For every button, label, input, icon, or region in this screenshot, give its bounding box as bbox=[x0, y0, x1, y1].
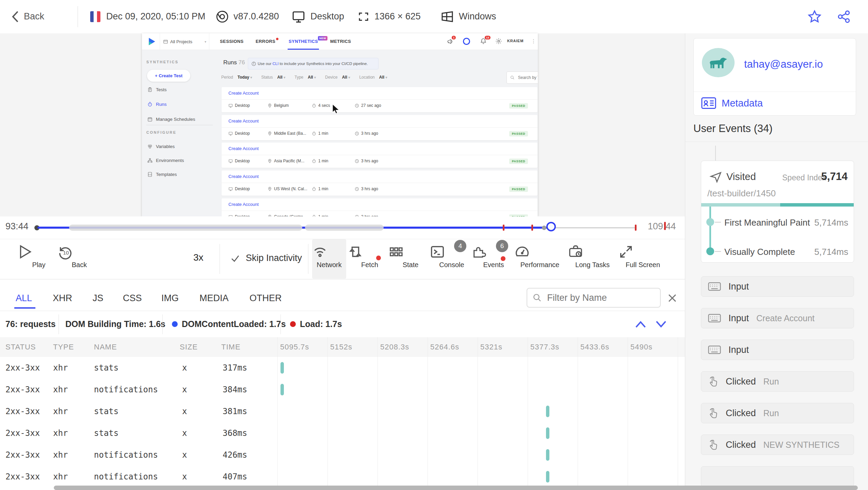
filter-type[interactable]: All ▾ bbox=[308, 75, 316, 80]
event-card-input[interactable]: Input bbox=[701, 276, 854, 297]
sidebar-item-templates[interactable]: Templates bbox=[147, 172, 177, 177]
event-card-clicked[interactable]: Clicked Run bbox=[701, 371, 854, 392]
app-tab-errors[interactable]: ERRORS bbox=[256, 39, 275, 44]
sidebar-item-environments[interactable]: Environments bbox=[147, 158, 184, 163]
metadata-button[interactable]: Metadata bbox=[701, 97, 763, 109]
sidebar-item-variables[interactable]: Variables bbox=[147, 144, 175, 149]
filter-by-name-input[interactable] bbox=[546, 292, 655, 304]
current-time: 93:44 bbox=[5, 221, 29, 232]
event-card-input[interactable]: Input Create Account bbox=[701, 308, 854, 328]
back-10s-button[interactable]: 10 Back bbox=[57, 239, 101, 279]
user-menu[interactable]: KRAIEM bbox=[507, 39, 524, 43]
run-test-name[interactable]: Create Account bbox=[228, 202, 259, 207]
event-card-clicked[interactable]: Clicked Run bbox=[701, 403, 854, 423]
sidebar-item-runs[interactable]: Runs bbox=[147, 102, 167, 107]
kebab-menu-icon[interactable]: ⋮ bbox=[531, 38, 536, 44]
table-row[interactable]: 2xx-3xxxhrstatsx317ms bbox=[0, 357, 685, 379]
app-tab-metrics[interactable]: METRICS bbox=[330, 39, 351, 44]
run-test-name[interactable]: Create Account bbox=[228, 118, 259, 124]
console-count-badge: 4 bbox=[454, 240, 466, 252]
create-test-button[interactable]: + Create Test bbox=[147, 70, 190, 82]
horizontal-scrollbar[interactable] bbox=[54, 486, 858, 490]
sidebar-item-tests[interactable]: Tests bbox=[147, 87, 167, 92]
visited-event-card[interactable]: Visited Speed Index 5,714 /test-builder/… bbox=[701, 161, 854, 263]
tab-other[interactable]: OTHER bbox=[250, 293, 282, 304]
console-panel-button[interactable]: 4 Console bbox=[430, 239, 474, 279]
load-dot bbox=[290, 321, 296, 327]
full-screen-button[interactable]: Full Screen bbox=[618, 239, 668, 279]
event-card-input[interactable]: Input bbox=[701, 340, 854, 360]
run-card[interactable]: Create Account Desktop US West (N. Cal..… bbox=[222, 170, 537, 196]
cli-link[interactable]: CLI bbox=[272, 62, 278, 66]
long-tasks-panel-button[interactable]: Long Tasks bbox=[568, 239, 617, 279]
run-card[interactable]: Create Account Desktop Asia Pacific (M..… bbox=[222, 143, 537, 168]
filter-status[interactable]: All ▾ bbox=[277, 75, 286, 80]
project-selector[interactable]: All Projects ▾ bbox=[160, 33, 209, 50]
event-card-clicked[interactable]: Clicked NEW SYNTHETICS bbox=[701, 435, 854, 455]
event-marker-gray[interactable] bbox=[542, 226, 546, 230]
play-icon bbox=[17, 244, 61, 260]
state-panel-button[interactable]: State bbox=[388, 239, 433, 279]
event-marker-red[interactable] bbox=[531, 225, 533, 231]
fetch-red-dot bbox=[376, 256, 381, 260]
run-card[interactable]: Create Account Desktop Middle East (Ba..… bbox=[222, 115, 537, 140]
col-t0: 5095.7s bbox=[280, 343, 309, 352]
collapse-up-icon[interactable] bbox=[634, 319, 647, 329]
run-card[interactable]: Create Account Desktop Canada (Centra...… bbox=[222, 198, 537, 216]
playback-timeline[interactable]: 93:44 109:44 bbox=[0, 216, 685, 239]
gear-icon[interactable] bbox=[495, 38, 502, 45]
event-marker-red[interactable] bbox=[635, 225, 637, 231]
tab-img[interactable]: IMG bbox=[161, 293, 179, 304]
table-row[interactable]: 2xx-3xxxhrnotificationsx426ms bbox=[0, 444, 685, 466]
table-row[interactable]: 2xx-3xxxhrnotificationsx384ms bbox=[0, 379, 685, 401]
load-time: Load: 1.7s bbox=[300, 319, 342, 329]
skip-inactivity-toggle[interactable]: Skip Inactivity bbox=[230, 253, 302, 263]
chevron-down-icon: ▾ bbox=[205, 40, 206, 44]
network-wifi-icon bbox=[312, 244, 346, 260]
user-email[interactable]: tahay@asayer.io bbox=[744, 58, 823, 70]
run-test-name[interactable]: Create Account bbox=[228, 146, 259, 151]
run-test-name[interactable]: Create Account bbox=[228, 174, 259, 179]
playhead[interactable] bbox=[546, 222, 556, 231]
back-chevron-icon[interactable] bbox=[12, 10, 19, 23]
tab-js[interactable]: JS bbox=[93, 293, 103, 304]
filter-location[interactable]: All ▾ bbox=[379, 75, 387, 80]
playback-speed[interactable]: 3x bbox=[193, 252, 204, 263]
event-card-partial[interactable] bbox=[701, 466, 854, 487]
tab-css[interactable]: CSS bbox=[123, 293, 142, 304]
filter-device[interactable]: All ▾ bbox=[342, 75, 350, 80]
visited-label: Visited bbox=[726, 171, 756, 182]
sidebar-item-manage-schedules[interactable]: Manage Schedules bbox=[147, 117, 195, 122]
events-panel-button[interactable]: 6 Events bbox=[471, 239, 516, 279]
timeline-remaining[interactable] bbox=[552, 227, 636, 228]
table-row[interactable]: 2xx-3xxxhrnotificationsx407ms bbox=[0, 466, 685, 488]
tab-xhr[interactable]: XHR bbox=[53, 293, 72, 304]
app-tab-sessions[interactable]: SESSIONS bbox=[220, 39, 244, 44]
back-10-icon: 10 bbox=[57, 244, 101, 260]
filter-period[interactable]: Today ▾ bbox=[238, 75, 252, 80]
expand-down-icon[interactable] bbox=[654, 319, 668, 329]
run-test-name[interactable]: Create Account bbox=[228, 91, 259, 96]
runs-count: 76 bbox=[238, 59, 245, 66]
play-button[interactable]: Play bbox=[17, 239, 61, 279]
performance-panel-button[interactable]: Performance bbox=[514, 239, 565, 279]
event-marker-red bbox=[664, 222, 666, 230]
event-marker-red[interactable] bbox=[503, 225, 504, 231]
fetch-panel-button[interactable]: Fetch bbox=[348, 239, 392, 279]
table-row[interactable]: 2xx-3xxxhrstatsx368ms bbox=[0, 422, 685, 444]
back-button[interactable]: Back bbox=[24, 11, 44, 22]
share-icon[interactable] bbox=[837, 10, 851, 24]
app-tab-synthetics[interactable]: SYNTHETICS bbox=[289, 39, 318, 44]
favorite-star-icon[interactable] bbox=[807, 10, 822, 24]
tab-all[interactable]: ALL bbox=[16, 293, 32, 304]
app-navbar: All Projects ▾ SESSIONS ERRORS SYNTHETIC… bbox=[142, 33, 538, 50]
filter-by-name-box[interactable] bbox=[527, 288, 661, 308]
table-row[interactable]: 2xx-3xxxhrstatsx381ms bbox=[0, 401, 685, 422]
test-search-input[interactable] bbox=[517, 75, 538, 80]
test-search-box[interactable] bbox=[507, 71, 538, 84]
close-panel-icon[interactable] bbox=[666, 292, 678, 304]
network-panel-button[interactable]: Network bbox=[312, 239, 346, 279]
network-panel: ALL XHR JS CSS IMG MEDIA OTHER 76: reque… bbox=[0, 279, 685, 490]
tab-media[interactable]: MEDIA bbox=[199, 293, 229, 304]
run-card[interactable]: Create Account Desktop Belgium 4 secs 27… bbox=[222, 87, 537, 112]
